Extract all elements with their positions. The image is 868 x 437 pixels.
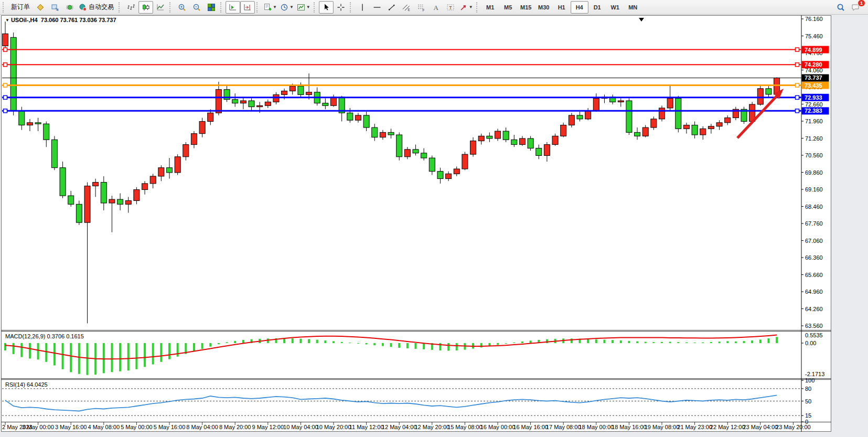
new-order-button[interactable]: 新订单 <box>8 1 33 14</box>
toolbar-separator <box>350 2 353 13</box>
zoom-in-button[interactable] <box>175 1 189 14</box>
crosshair-button[interactable] <box>334 1 348 14</box>
bear-candle <box>19 111 25 125</box>
signal-button[interactable] <box>62 1 77 14</box>
svg-text:76.160: 76.160 <box>805 16 823 22</box>
profile-window-button[interactable] <box>48 1 62 14</box>
bull-candle <box>183 145 189 157</box>
bear-candle <box>487 136 492 138</box>
svg-text:22 May 12:00: 22 May 12:00 <box>710 424 745 430</box>
svg-text:63.560: 63.560 <box>805 323 823 329</box>
notifications-button[interactable]: 1 <box>848 1 863 14</box>
auto-scroll-button[interactable] <box>226 1 240 14</box>
templates-button[interactable]: ▼ <box>295 1 312 14</box>
bull-candle <box>240 101 246 103</box>
dropdown-arrow-icon[interactable]: ▼ <box>306 5 310 9</box>
timeframe-w1-button[interactable]: W1 <box>606 1 624 14</box>
bear-candle <box>232 100 238 103</box>
search-button[interactable] <box>833 1 848 14</box>
tile-windows-button[interactable] <box>204 1 219 14</box>
svg-text:0.5535: 0.5535 <box>805 332 823 338</box>
bull-candle <box>470 141 476 155</box>
svg-text:18 May 16:00: 18 May 16:00 <box>612 424 647 430</box>
text-label-button[interactable]: T <box>443 1 458 14</box>
svg-text:71.960: 71.960 <box>805 118 823 124</box>
horizontal-line-button[interactable] <box>370 1 384 14</box>
bear-candle <box>635 132 640 136</box>
chart-ohlc-values: 73.060 73.761 73.036 73.737 <box>41 17 116 23</box>
bull-candle <box>454 169 459 174</box>
vertical-line-button[interactable] <box>355 1 370 14</box>
bear-candle <box>167 168 173 173</box>
arrows-button[interactable]: ▼ <box>458 1 475 14</box>
bear-candle <box>577 115 583 119</box>
bull-candle <box>109 199 115 203</box>
toolbar-separator <box>119 2 122 13</box>
svg-text:69.160: 69.160 <box>805 186 823 193</box>
search-icon <box>837 3 845 12</box>
periods-button[interactable]: ▼ <box>278 1 295 14</box>
gold-diamond-button[interactable] <box>33 1 48 14</box>
toolbar-separator <box>220 2 224 13</box>
text-button[interactable]: A <box>428 1 443 14</box>
timeframe-mn-button[interactable]: MN <box>624 1 642 14</box>
svg-text:16 May 16:00: 16 May 16:00 <box>513 424 548 430</box>
svg-text:0.00: 0.00 <box>805 340 816 346</box>
cursor-button[interactable] <box>319 1 334 14</box>
bull-candle <box>93 183 99 186</box>
arrows-icon <box>459 3 468 12</box>
profile-window-icon <box>51 3 59 12</box>
collapse-triangle-icon[interactable]: ▼ <box>5 18 9 23</box>
svg-text:21 May 23:00: 21 May 23:00 <box>677 424 712 430</box>
bear-candle <box>397 135 402 157</box>
timeframe-h1-button[interactable]: H1 <box>553 1 571 14</box>
bear-candle <box>372 127 378 137</box>
chart-canvas[interactable]: 76.16075.46074.76074.06073.36072.66071.9… <box>1 15 831 432</box>
svg-text:67.760: 67.760 <box>805 220 823 227</box>
timeframe-m30-button[interactable]: M30 <box>535 1 553 14</box>
svg-text:75.460: 75.460 <box>805 33 823 39</box>
chart-shift-button[interactable] <box>240 1 255 14</box>
bear-candle <box>10 37 16 110</box>
bull-candle <box>708 126 714 129</box>
svg-text:5 May 00:00: 5 May 00:00 <box>121 424 153 430</box>
dropdown-arrow-icon[interactable]: ▼ <box>469 5 473 9</box>
svg-text:3 May 16:00: 3 May 16:00 <box>55 424 87 430</box>
bear-candle <box>388 132 394 135</box>
chart-line-button[interactable] <box>153 1 168 14</box>
timeframe-m15-button[interactable]: M15 <box>517 1 535 14</box>
auto-trading-button[interactable]: 自动交易 <box>77 1 117 14</box>
chart-candles-button[interactable] <box>138 1 153 14</box>
text-label-icon: T <box>446 3 455 12</box>
zoom-in-icon <box>178 3 186 12</box>
timeframe-m1-button[interactable]: M1 <box>481 1 499 14</box>
bull-candle <box>273 94 279 102</box>
bull-candle <box>519 138 525 145</box>
dropdown-arrow-icon[interactable]: ▼ <box>290 5 294 9</box>
chart-bars-button[interactable] <box>124 1 138 14</box>
bull-candle <box>544 145 550 156</box>
bull-candle <box>199 121 205 133</box>
svg-text:A: A <box>433 3 438 11</box>
equidistant-channel-button[interactable]: E <box>399 1 414 14</box>
new-order-label: 新订单 <box>11 3 30 12</box>
svg-text:15 May 08:00: 15 May 08:00 <box>447 424 483 430</box>
toolbar-separator <box>476 2 480 13</box>
fibonacci-button[interactable]: F <box>414 1 428 14</box>
zoom-out-icon <box>192 3 201 12</box>
indicators-button[interactable]: ▼ <box>262 1 278 14</box>
chart-title: ▼USOil-,H4 73.060 73.761 73.036 73.737 <box>5 17 116 23</box>
zoom-out-button[interactable] <box>189 1 204 14</box>
svg-text:72.660: 72.660 <box>805 101 823 108</box>
trend-line-button[interactable] <box>384 1 399 14</box>
time-axis: 2 May 20233 May 00:003 May 16:004 May 08… <box>2 422 811 430</box>
bull-candle <box>150 176 156 184</box>
text-icon: A <box>432 3 440 12</box>
svg-text:F: F <box>422 8 424 12</box>
macd-indicator-label: MACD(12,26,9) 0.3706 0.1615 <box>5 333 84 339</box>
bull-candle <box>257 105 263 106</box>
timeframe-m5-button[interactable]: M5 <box>499 1 517 14</box>
dropdown-arrow-icon[interactable]: ▼ <box>273 5 277 9</box>
timeframe-h4-button[interactable]: H4 <box>571 1 588 14</box>
timeframe-d1-button[interactable]: D1 <box>588 1 606 14</box>
